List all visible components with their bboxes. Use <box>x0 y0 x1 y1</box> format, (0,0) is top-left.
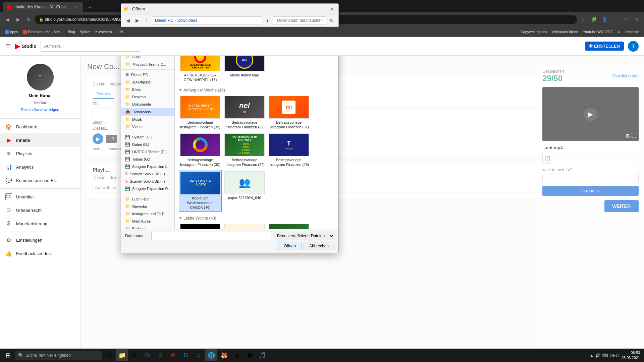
sidenav-system-c[interactable]: 💾 System (C:) <box>121 133 174 141</box>
extensions-button[interactable]: 🧩 <box>589 15 598 24</box>
tray-expand-icon[interactable]: ▲ <box>590 353 594 358</box>
taskbar-app-spotify[interactable]: ♫ <box>193 349 205 361</box>
bookmark-more[interactable]: » <box>616 29 622 35</box>
sidebar-item-einstellungen[interactable]: ⚙ Einstellungen <box>0 233 80 247</box>
keyboard-icon[interactable]: ⌨ <box>602 353 608 358</box>
sidenav-desktop[interactable]: 📁 Desktop <box>121 93 174 101</box>
sidenav-gewerbe[interactable]: 📁 Gewerbe <box>121 203 174 210</box>
file-paper[interactable]: 👥 paper-3213924_640 <box>223 170 266 212</box>
create-button[interactable]: ✚ ERSTELLEN <box>585 42 624 51</box>
breadcrumb-downloads[interactable]: Downloads <box>177 18 197 23</box>
file-gewinn[interactable]: MEINE GEWINNENIM MAI 2021 <box>267 223 310 229</box>
sidebar-item-urheberrecht[interactable]: © Urheberrecht <box>0 203 80 217</box>
sidebar-item-kommentare[interactable]: 💬 Kommentare und Er... <box>0 174 80 187</box>
bookmark-leseliste[interactable]: Leseliste <box>623 29 641 35</box>
dialog-dropdown-button[interactable]: ▾ <box>263 16 271 24</box>
play-button[interactable]: ▶ <box>93 133 103 144</box>
bookmark-youtube[interactable]: Youtube WICHTIG <box>581 29 615 35</box>
open-button[interactable]: Öffnen <box>278 242 302 250</box>
bookmark-videokurs[interactable]: Videokurs Ideen <box>549 29 580 35</box>
sidenav-3d-objekte[interactable]: 📁 3D-Objekte <box>121 78 174 86</box>
file-etf-depot[interactable]: 📁 📄 ETF Depot <box>223 223 266 229</box>
taskbar-app-powerpoint[interactable]: P <box>167 349 179 361</box>
dialog-breadcrumb[interactable]: Dieser PC › Downloads <box>152 16 262 24</box>
sidenav-buch-fbv[interactable]: 📁 Buch FBV <box>121 195 174 203</box>
studio-search-input[interactable] <box>41 41 141 52</box>
active-tab[interactable]: Inhalte des Kanals - YouTube Stu... × <box>3 2 83 12</box>
maximize-button[interactable]: □ <box>621 15 631 24</box>
breadcrumb-pc[interactable]: Dieser PC <box>155 18 173 23</box>
minimize-button[interactable]: — <box>610 15 620 24</box>
sidenav-scarlett-2[interactable]: S Scarlett Solo USB (I:) <box>121 178 174 185</box>
sidenav-dieser-pc[interactable]: 🖥 Dieser PC <box>121 71 174 78</box>
user-avatar[interactable]: T <box>628 41 639 52</box>
dialog-close-button[interactable]: ✕ <box>328 5 336 13</box>
sidenav-dokumente[interactable]: 📁 Dokumente <box>121 101 174 108</box>
tab-close-button[interactable]: × <box>74 4 79 10</box>
new-tab-button[interactable]: + <box>85 3 95 12</box>
sidebar-item-monetarisierung[interactable]: $ Monetarisierung <box>0 217 80 230</box>
volume-icon[interactable]: 🔊 <box>595 353 600 358</box>
bookmark-kursideen[interactable]: Kursideen <box>93 29 114 35</box>
taskbar-app-store[interactable]: 🛍 <box>129 349 141 361</box>
taskbar-app-excel[interactable]: X <box>154 349 166 361</box>
channel-link[interactable]: Deinen Kanal anzeigen <box>21 108 59 112</box>
filename-input[interactable] <box>151 232 271 240</box>
taskbar-app-word[interactable]: W <box>142 349 154 361</box>
language-icon[interactable]: DEU <box>609 353 619 358</box>
bookmark-button[interactable]: ☆ <box>578 15 588 24</box>
taskbar-app-music[interactable]: 🎵 <box>256 349 268 361</box>
taskbar-app-firefox[interactable]: 🦊 <box>218 349 230 361</box>
sidenav-scarlett-1[interactable]: S Scarlett Solo USB (I:) <box>121 170 174 178</box>
settings-icon[interactable]: ⚙ <box>625 133 630 139</box>
file-werbeanzeige[interactable]: Ich bin eine Werbeanzeige Ich bin eine W… <box>179 223 222 229</box>
tab-details[interactable]: Details <box>93 89 114 99</box>
sidenav-hitech[interactable]: 💾 HI-TECH Treiber (E:) <box>121 148 174 156</box>
copy-icon[interactable]: 📋 <box>542 153 553 164</box>
taskbar-clock[interactable]: 08:53 03.06.2021 <box>622 350 640 361</box>
fullscreen-icon[interactable]: ⛶ <box>631 133 637 139</box>
sidenav-mein-kurse[interactable]: 📁 Mein Kurse <box>121 218 174 225</box>
hamburger-menu[interactable]: ☰ <box>5 43 11 50</box>
dialog-refresh-button[interactable]: ↻ <box>328 16 336 24</box>
bookmark-spaeter[interactable]: Später <box>78 29 93 35</box>
file-beitrag-29[interactable]: AKTIENKÄUFE IMMAI 2021 + 800€+ 300€+ 1.9… <box>223 132 266 169</box>
sidenav-videos[interactable]: 📁 Videos <box>121 123 174 130</box>
dialog-back-button[interactable]: ◀ <box>124 16 132 24</box>
section-letzte-header[interactable]: ▼ Letzte Woche (43) <box>177 215 336 223</box>
sidebar-item-inhalte[interactable]: ▶ Inhalte <box>0 133 80 147</box>
sidebar-item-playlists[interactable]: ≡ Playlists <box>0 147 80 160</box>
sidenav-daten-d[interactable]: 💾 Daten (D:) <box>121 141 174 148</box>
back-button[interactable]: ◀ <box>3 15 12 24</box>
file-depot-check[interactable]: DEPOT UPDATE -3.057€ Kopie von Wachstumd… <box>179 170 222 212</box>
sidenav-teams[interactable]: 📁 Microsoft Teams-C... <box>121 60 174 68</box>
file-beitrag-32[interactable]: nel Beitragsvorlage Instagram Finanzen (… <box>223 95 266 131</box>
sidebar-item-feedback[interactable]: 👍 Feedback senden <box>0 247 80 260</box>
close-window-button[interactable]: × <box>632 15 641 24</box>
sidebar-item-analytics[interactable]: 📊 Analytics <box>0 160 80 174</box>
reload-button[interactable]: ↻ <box>24 15 34 24</box>
weiter-button[interactable]: WEITER <box>604 200 639 212</box>
sidenav-seagate-1[interactable]: 💾 Seagate Expansion I... <box>121 163 174 170</box>
taskbar-app-taskview[interactable]: ⊡ <box>103 349 115 361</box>
profile-button[interactable]: 👤 <box>600 15 609 24</box>
file-beitrag-33[interactable]: BIST DU BEREITZU INVESTIEREN? Beitragsvo… <box>179 95 222 131</box>
sidenav-seagate-2[interactable]: 💾 Seagate Expansion D... <box>121 185 174 192</box>
sidebar-item-dashboard[interactable]: 🏠 Dashboard <box>0 120 80 133</box>
bookmark-luft[interactable]: Luft... <box>115 29 128 35</box>
taskbar-app-chrome[interactable]: 🌐 <box>205 349 217 361</box>
taskbar-app-explorer[interactable]: 📁 <box>116 349 128 361</box>
sidenav-tobias-g[interactable]: 💾 Tobias (G:) <box>121 156 174 163</box>
bookmark-produktsuche[interactable]: Produktsuche - Mer... <box>21 29 65 35</box>
optimize-button[interactable]: n results <box>542 186 639 196</box>
filetype-select[interactable]: Benutzerdefinierte Dateien <box>274 232 334 240</box>
sidenav-instagram[interactable]: 📁 Instagram und TikTi... <box>121 210 174 218</box>
sidebar-item-untertitel[interactable]: CC Untertitel <box>0 190 80 203</box>
sidenav-bilder[interactable]: 📁 Bilder <box>121 86 174 93</box>
seo-rank-input[interactable] <box>542 174 639 183</box>
file-beitrag-30[interactable]: Beitragsvorlage Instagram Finanzen (30) <box>179 132 222 169</box>
sidenav-podcast[interactable]: 📁 Podcast <box>121 225 174 229</box>
cancel-button[interactable]: Abbrechen <box>304 242 334 250</box>
bookmark-copywriting[interactable]: Copywriting neu <box>519 29 549 35</box>
sidenav-downloads[interactable]: 📥 Downloads <box>121 108 174 116</box>
